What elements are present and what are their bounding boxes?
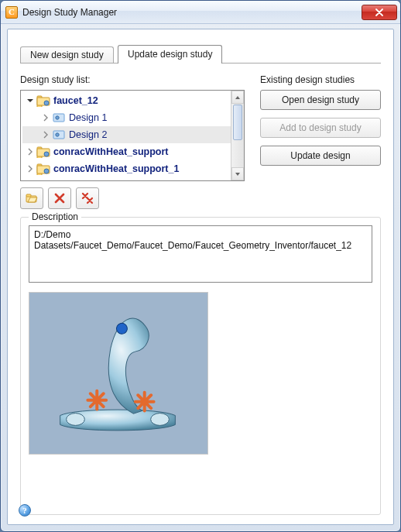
right-column: Existing design studies Open design stud… — [260, 74, 381, 209]
update-design-button[interactable]: Update design — [260, 146, 381, 166]
client-area: New design study Update design study Des… — [7, 29, 394, 525]
svg-point-6 — [56, 133, 59, 136]
expander-expand-icon[interactable] — [26, 147, 35, 156]
tree-view[interactable]: faucet_12 — [20, 90, 245, 181]
svg-point-9 — [44, 152, 49, 156]
description-group: Description D:/Demo Datasets/Faucet_Demo… — [20, 217, 381, 515]
app-icon: C — [5, 6, 18, 19]
design-icon — [52, 112, 66, 124]
delete-button[interactable] — [48, 187, 71, 209]
tree-root: faucet_12 — [21, 91, 231, 177]
tree-item-design-2[interactable]: Design 2 — [22, 126, 231, 143]
tree-item-conrac-support[interactable]: conracWithHeat_support — [22, 143, 231, 160]
svg-point-2 — [44, 101, 49, 105]
add-to-design-study-button: Add to design study — [260, 118, 381, 138]
close-button[interactable] — [362, 5, 397, 20]
tree-item-design-1[interactable]: Design 1 — [22, 109, 231, 126]
existing-studies-label: Existing design studies — [260, 74, 381, 85]
tree-item-label: conracWithHeat_support — [53, 146, 169, 157]
window: C Design Study Manager New design study … — [0, 0, 401, 532]
help-button[interactable]: ? — [19, 504, 31, 517]
description-text[interactable]: D:/Demo Datasets/Faucet_Demo/Faucet_Demo… — [29, 225, 372, 283]
svg-rect-14 — [26, 194, 31, 197]
expander-expand-icon[interactable] — [26, 164, 35, 173]
expander-collapse-icon[interactable] — [26, 96, 35, 105]
tree-item-label: conracWithHeat_support_1 — [53, 163, 179, 174]
tree-toolbar — [20, 187, 245, 209]
scroll-down-icon[interactable] — [231, 167, 244, 180]
tree-scroll: faucet_12 — [21, 91, 231, 180]
main-row: Design study list: — [20, 74, 381, 209]
tree-item-conrac-support-1[interactable]: conracWithHeat_support_1 — [22, 160, 231, 177]
svg-point-16 — [151, 414, 170, 426]
folder-gear-icon — [36, 94, 50, 107]
tree-scrollbar[interactable] — [231, 91, 244, 180]
folder-gear-icon — [36, 163, 50, 175]
tab-new-design-study[interactable]: New design study — [20, 46, 114, 63]
design-study-list-label: Design study list: — [20, 74, 245, 85]
scrollbar-thumb[interactable] — [233, 105, 242, 140]
delete-all-button[interactable] — [76, 187, 99, 209]
svg-point-4 — [56, 116, 59, 119]
tree-item-label: faucet_12 — [53, 95, 98, 106]
titlebar: C Design Study Manager — [1, 1, 400, 24]
tree-item-faucet-12[interactable]: faucet_12 — [22, 92, 231, 109]
description-legend: Description — [29, 211, 81, 222]
window-title: Design Study Manager — [22, 7, 362, 18]
scroll-up-icon[interactable] — [231, 91, 244, 104]
faucet-preview-icon — [29, 292, 207, 455]
expander-expand-icon[interactable] — [41, 130, 50, 139]
left-column: Design study list: — [20, 74, 245, 209]
svg-point-12 — [44, 169, 49, 173]
folder-gear-icon — [36, 146, 50, 158]
model-preview — [29, 292, 208, 455]
tab-bar: New design study Update design study — [20, 45, 381, 63]
close-icon — [375, 9, 383, 16]
open-folder-button[interactable] — [20, 187, 43, 209]
delete-all-icon — [81, 192, 94, 204]
open-design-study-button[interactable]: Open design study — [260, 90, 381, 110]
open-folder-icon — [26, 192, 38, 204]
expander-expand-icon[interactable] — [41, 113, 50, 122]
design-icon — [52, 129, 66, 141]
tree-item-label: Design 1 — [69, 112, 107, 123]
tab-update-design-study[interactable]: Update design study — [118, 45, 222, 63]
tree-item-label: Design 2 — [69, 129, 107, 140]
delete-icon — [53, 192, 66, 204]
svg-point-15 — [67, 414, 85, 426]
